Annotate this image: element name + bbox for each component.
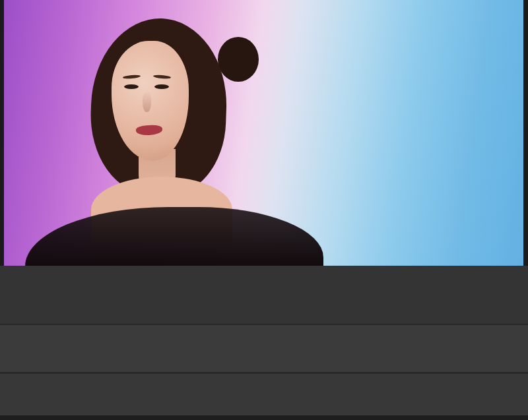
frame-edge-right [523,0,528,266]
video-preview-frame [0,0,528,266]
portrait-eye-left [124,84,139,89]
portrait-brow-right [153,75,171,79]
frame-edge-left [0,0,4,266]
faces-library-bar: st3/Faces Del Enb Face5+6 Face1+4 [0,374,528,415]
parameters-toolbar: GFPGAN 100% Threshold 85% Strength 100% … [0,292,528,324]
portrait-brow-left [123,75,141,79]
portrait-garment [25,207,323,266]
face-swap-app-window: 90 + − « » STOP GFPGAN 100% Threshold 85… [0,0,528,420]
playback-bar: 90 + − « » STOP [0,266,528,292]
portrait-lips [136,125,163,136]
portrait-hair-bun [218,37,259,82]
portrait-nose [143,91,151,112]
bottom-strip [0,415,528,420]
portrait-eye-right [154,84,169,89]
face-swap-panel: Find Clear Swap [0,325,528,372]
